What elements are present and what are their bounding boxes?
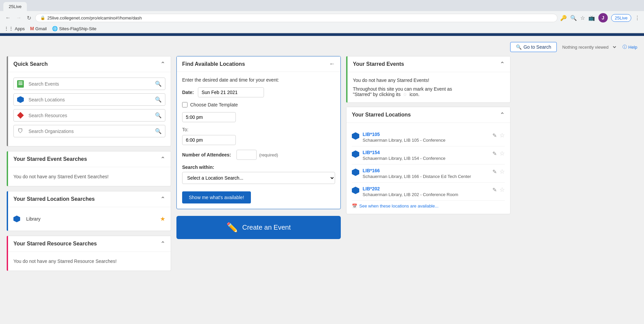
search-organizations-button[interactable]: 🔍 [152,125,165,137]
search-locations-row: 🔍 [13,93,165,106]
search-locations-button[interactable]: 🔍 [152,94,165,105]
starred-event-searches-card: Your Starred Event Searches ⌃ You do not… [7,151,171,186]
loc-cube-icon-105 [352,132,359,140]
left-column: Quick Search ⌃ 🔍 [7,56,171,271]
choose-date-template-label: Choose Date Template [190,102,238,107]
search-resources-input[interactable] [27,110,152,121]
go-to-search-button[interactable]: 🔍 Go to Search [510,42,557,52]
address-bar[interactable]: 🔒 25live.collegenet.com/pro/elcamino#!/h… [35,14,557,22]
loc-name-105[interactable]: LIB*105 [363,132,492,137]
edit-icon-105[interactable]: ✎ [492,132,497,139]
starred-events-desc1: Throughout this site you can mark any Ev… [353,86,452,92]
gmail-icon: M [30,26,34,31]
starred-event-searches-header: Your Starred Event Searches ⌃ [8,151,171,167]
browser-tab[interactable]: 25Live [3,2,27,11]
bookmark-apps-label: Apps [15,26,25,31]
starred-event-searches-empty: You do not have any Starred Event Search… [13,173,165,181]
starred-events-collapse[interactable]: ⌃ [500,60,505,68]
search-events-button[interactable]: 🔍 [152,78,165,90]
from-time-input[interactable] [182,112,236,122]
starred-resource-searches-card: Your Starred Resource Searches ⌃ You do … [7,236,171,271]
search-resources-button[interactable]: 🔍 [152,109,165,121]
search-icon[interactable]: 🔍 [570,15,577,21]
go-to-search-label: Go to Search [524,44,551,50]
refresh-button[interactable]: ↻ [25,13,33,22]
edit-icon-154[interactable]: ✎ [492,150,497,157]
bookmark-gmail[interactable]: M Gmail [30,26,47,31]
starred-resource-searches-title: Your Starred Resource Searches [13,241,97,247]
starred-events-title: Your Starred Events [353,61,404,67]
event-icon-container [14,80,27,88]
browser-nav: ← → ↻ 🔒 25live.collegenet.com/pro/elcami… [0,11,644,25]
loc-name-202[interactable]: LIB*202 [363,186,492,191]
loc-item-166: LIB*166 Schauerman Library, LIB 166 - Di… [352,165,505,183]
attendees-input[interactable] [236,150,257,160]
bookmark-sites[interactable]: 🌐 Sites-FlagShip-Site [52,26,96,31]
loc-desc-202: Schauerman Library, LIB 202 - Conference… [363,192,492,197]
back-button[interactable]: ← [4,13,12,22]
starred-events-card: Your Starred Events ⌃ You do not have an… [346,56,511,103]
org-icon: ⛉ [17,128,24,135]
search-organizations-input[interactable] [27,126,152,137]
calendar-icon: 📅 [352,203,357,209]
quick-search-collapse[interactable]: ⌃ [160,60,165,68]
quick-search-card: Quick Search ⌃ 🔍 [7,56,171,146]
location-item-icon [13,216,20,222]
star-icon-202[interactable]: ☆ [499,186,505,193]
main-container: 🔍 Go to Search Nothing recently viewed ⓘ… [0,36,644,274]
quick-search-header: Quick Search ⌃ [8,56,171,72]
starred-locations-collapse[interactable]: ⌃ [500,111,505,119]
show-available-button[interactable]: Show me what's available! [182,191,251,203]
loc-item-105: LIB*105 Schauerman Library, LIB 105 - Co… [352,128,505,146]
bookmarks-bar: ⋮⋮ Apps M Gmail 🌐 Sites-FlagShip-Site [0,25,644,33]
recently-viewed-select[interactable] [610,44,617,50]
star-icon-166[interactable]: ☆ [499,168,505,175]
edit-icon-166[interactable]: ✎ [492,169,497,175]
starred-resource-searches-body: You do not have any Starred Resource Sea… [8,252,171,271]
star-icon-154[interactable]: ☆ [499,150,505,157]
search-icon: 🔍 [516,44,522,50]
back-button[interactable]: ← [329,60,335,67]
bookmark-apps[interactable]: ⋮⋮ Apps [4,26,25,31]
create-event-button[interactable]: ✏️ Create an Event [176,216,341,239]
attendees-label: Number of Attendees: [182,152,231,157]
find-available-locations-prompt: Enter the desired date and time for your… [182,77,335,83]
starred-location-searches-body: Library ★ [8,207,171,231]
search-events-row: 🔍 [13,78,165,90]
forward-button[interactable]: → [15,13,23,22]
loc-name-166[interactable]: LIB*166 [363,168,492,173]
to-time-input[interactable] [182,135,236,145]
starred-locations-card: Your Starred Locations ⌃ LIB*105 Schauer… [346,107,511,214]
starred-location-searches-collapse[interactable]: ⌃ [160,195,165,203]
edit-icon-202[interactable]: ✎ [492,187,497,193]
find-available-locations-body: Enter the desired date and time for your… [177,72,340,209]
see-when-text: See when these locations are available..… [359,203,438,209]
search-events-input[interactable] [27,79,152,89]
user-avatar[interactable]: J [598,13,608,22]
key-icon[interactable]: 🔑 [560,15,567,21]
starred-location-star[interactable]: ★ [160,215,165,223]
choose-date-template-checkbox[interactable] [182,102,187,107]
loc-desc-154: Schauerman Library, LIB 154 - Conference [363,156,492,161]
update-button[interactable]: 25Live [611,14,631,22]
cast-icon[interactable]: 📺 [588,15,595,21]
starred-event-searches-collapse[interactable]: ⌃ [160,155,165,163]
date-row: Date: [182,87,335,97]
bookmark-icon[interactable]: ☆ [580,15,585,21]
search-organizations-row: ⛉ 🔍 [13,125,165,137]
starred-location-item-label[interactable]: Library [26,216,41,222]
date-input[interactable] [198,87,264,97]
loc-actions-105: ✎ ☆ [492,132,505,139]
location-search-select[interactable]: Select a Location Search... [182,172,335,184]
loc-info-154: LIB*154 Schauerman Library, LIB 154 - Co… [363,150,492,161]
apps-icon: ⋮⋮ [4,26,13,31]
star-icon-105[interactable]: ☆ [499,132,505,139]
menu-icon[interactable]: ⋮ [635,15,640,21]
starred-events-desc2: "Starred" by clicking its [353,92,400,97]
search-locations-input[interactable] [27,94,152,105]
loc-name-154[interactable]: LIB*154 [363,150,492,155]
help-link[interactable]: ⓘ Help [623,44,637,50]
see-when-link[interactable]: 📅 See when these locations are available… [352,203,505,209]
starred-resource-searches-collapse[interactable]: ⌃ [160,240,165,247]
find-available-locations-card: Find Available Locations ← Enter the des… [176,56,341,209]
